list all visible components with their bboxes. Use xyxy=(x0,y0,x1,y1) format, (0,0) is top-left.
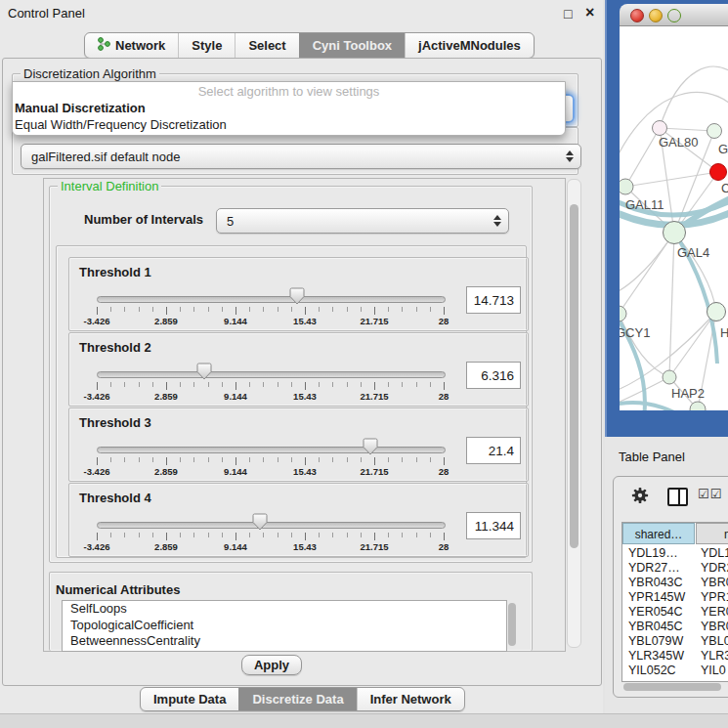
window-bottom-edge xyxy=(0,713,728,728)
tab-cyni-toolbox[interactable]: Cyni Toolbox xyxy=(299,33,405,58)
node-gal4 xyxy=(664,222,686,244)
group-title: Discretization Algorithm xyxy=(21,66,159,81)
popup-option-manual-discretization[interactable]: Manual Discretization xyxy=(15,101,146,115)
network-icon xyxy=(98,37,110,54)
threshold-4-panel: Threshold 4 -3.426 2.859 9.144 15.43 21.… xyxy=(68,483,529,557)
table-row[interactable]: YPR145WYPR1 xyxy=(622,590,728,605)
numerical-attributes-label: Numerical Attributes xyxy=(56,582,180,597)
table-row[interactable]: YIL052CYIL0 xyxy=(622,664,728,678)
node-table: shared… n YDL19…YDL1 YDR27…YDR2 YBR043CY… xyxy=(621,522,728,682)
algorithm-dropdown-popup: Select algorithm to view settings Manual… xyxy=(12,81,566,136)
node-label: GAL80 xyxy=(659,135,698,150)
table-row[interactable]: YBR045CYBR0 xyxy=(622,620,728,634)
slider-thumb[interactable] xyxy=(252,513,268,531)
table-row[interactable]: YER054CYER0 xyxy=(622,605,728,620)
settings-gear-icon[interactable] xyxy=(631,487,649,508)
show-columns-icon[interactable] xyxy=(667,488,688,506)
node-label: H xyxy=(720,325,728,340)
num-intervals-spinner[interactable]: 5 xyxy=(216,208,509,234)
table-row[interactable]: YDL19…YDL1 xyxy=(622,546,728,561)
control-panel: Control Panel □ × Network Style Select C… xyxy=(0,0,603,713)
tab-style[interactable]: Style xyxy=(178,33,235,58)
table-row[interactable]: YBL079WYBL0 xyxy=(622,634,728,649)
table-hscrollbar-thumb[interactable] xyxy=(623,683,721,691)
combo-arrows-icon xyxy=(566,150,574,162)
node-label: GAL11 xyxy=(625,197,664,212)
close-icon[interactable]: × xyxy=(585,4,594,21)
tab-jactivemnodules[interactable]: jActiveMNodules xyxy=(405,33,534,58)
node-label: GAL4 xyxy=(677,245,709,260)
node xyxy=(707,303,726,321)
table-panel-box: ☑☑ shared… n YDL19…YDL1 YDR27…YDR2 YBR04… xyxy=(613,476,728,698)
table-data-combobox[interactable]: galFiltered.sif default node xyxy=(21,144,581,169)
table-row[interactable]: YBR043CYBR0 xyxy=(622,576,728,590)
threshold-1-panel: Threshold 1 -3.426 2.859 9.144 15.43 21.… xyxy=(68,257,529,331)
vertical-scrollbar[interactable] xyxy=(567,179,581,648)
close-traffic-icon[interactable] xyxy=(630,9,644,22)
select-columns-checkboxes-icon[interactable]: ☑☑ xyxy=(698,487,722,501)
interval-definition-group: Interval Definition Number of Intervals … xyxy=(49,186,533,563)
slider-thumb[interactable] xyxy=(289,287,305,305)
thresholds-group: Threshold's Coordinates for 5 Intervals … xyxy=(56,245,527,558)
threshold-2-panel: Threshold 2 -3.426 2.859 9.144 15.43 21.… xyxy=(68,332,529,407)
scrollbar-thumb[interactable] xyxy=(570,204,578,548)
column-header-shared-name[interactable]: shared… xyxy=(622,523,695,544)
minimize-traffic-icon[interactable] xyxy=(649,9,663,22)
zoom-traffic-icon[interactable] xyxy=(667,9,681,22)
node-label: C xyxy=(721,181,728,195)
top-tab-bar: Network Style Select Cyni Toolbox jActiv… xyxy=(84,32,535,59)
threshold-4-slider[interactable] xyxy=(97,522,446,529)
num-intervals-label: Number of Intervals xyxy=(84,212,203,227)
attributes-group: Attributes to discretize Numerical Attri… xyxy=(49,572,533,651)
node-label: GCY1 xyxy=(620,325,650,340)
popup-option-equal-width[interactable]: Equal Width/Frequency Discretization xyxy=(15,117,227,132)
threshold-3-value[interactable]: 21.4 xyxy=(466,437,521,464)
threshold-3-slider[interactable] xyxy=(97,447,446,453)
node xyxy=(620,306,626,321)
node xyxy=(707,124,722,139)
node-selected xyxy=(710,164,727,181)
threshold-2-value[interactable]: 6.316 xyxy=(466,362,521,389)
tab-select[interactable]: Select xyxy=(235,33,298,58)
node xyxy=(620,179,633,194)
threshold-2-slider[interactable] xyxy=(97,371,446,378)
float-icon[interactable]: □ xyxy=(564,6,572,21)
tab-impute-data[interactable]: Impute Data xyxy=(141,688,238,710)
node-label: HAP2 xyxy=(671,386,705,401)
list-item[interactable]: TopologicalCoefficient xyxy=(63,618,506,634)
list-item[interactable]: BetweennessCentrality xyxy=(63,633,506,650)
tab-infer-network[interactable]: Infer Network xyxy=(357,688,464,710)
threshold-3-panel: Threshold 3 -3.426 2.859 9.144 15.43 21.… xyxy=(68,407,529,482)
column-header-name[interactable]: n xyxy=(696,523,728,544)
bottom-tab-bar: Impute Data Discretize Data Infer Networ… xyxy=(140,687,465,711)
slider-thumb[interactable] xyxy=(363,438,378,455)
apply-button[interactable]: Apply xyxy=(241,655,302,675)
threshold-1-slider[interactable] xyxy=(97,296,446,303)
panel-title: Control Panel xyxy=(8,6,85,21)
node xyxy=(663,370,676,384)
tab-discretize-data[interactable]: Discretize Data xyxy=(238,688,356,710)
table-row[interactable]: YLR345WYLR3 xyxy=(622,649,728,664)
spinner-arrows-icon xyxy=(493,215,501,227)
network-canvas[interactable]: GAL80 GA GAL11 C GAL4 GCY1 H HAP2 xyxy=(620,26,728,410)
list-item[interactable]: SelfLoops xyxy=(63,601,506,618)
node-label: GA xyxy=(718,142,728,156)
network-window-titlebar[interactable] xyxy=(620,4,728,26)
network-window: GAL80 GA GAL11 C GAL4 GCY1 H HAP2 xyxy=(620,4,728,410)
list-scrollbar-thumb[interactable] xyxy=(508,603,516,646)
node xyxy=(653,121,667,136)
group-title: Interval Definition xyxy=(58,179,161,193)
popup-prompt: Select algorithm to view settings xyxy=(13,84,565,99)
tab-network[interactable]: Network xyxy=(85,33,178,58)
threshold-4-value[interactable]: 11.344 xyxy=(466,512,521,539)
table-row[interactable]: YDR27…YDR2 xyxy=(622,561,728,576)
table-panel-title: Table Panel xyxy=(619,450,685,464)
slider-thumb[interactable] xyxy=(196,363,212,380)
threshold-1-value[interactable]: 14.713 xyxy=(466,286,521,314)
attributes-list: SelfLoops TopologicalCoefficient Between… xyxy=(62,600,507,652)
